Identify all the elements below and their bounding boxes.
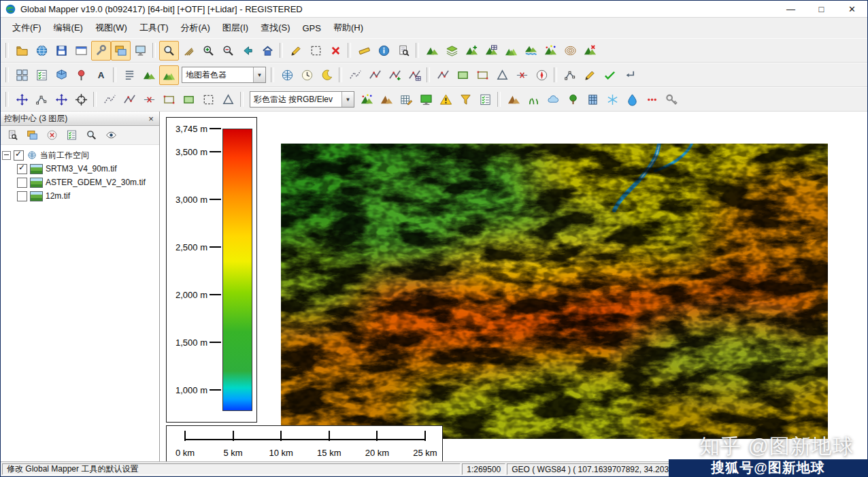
draw-path-grid-button[interactable] (405, 65, 424, 85)
class-cloud-button[interactable] (544, 90, 563, 110)
toggle-visibility-button[interactable] (102, 127, 120, 144)
projection-button[interactable] (278, 65, 297, 85)
snap-tool-button[interactable] (71, 90, 91, 110)
close-button[interactable]: ✕ (837, 1, 867, 17)
apply-check-button[interactable] (600, 65, 620, 85)
digitizer-tool-button[interactable] (286, 41, 306, 61)
lidar-cloud-button[interactable] (541, 41, 561, 61)
watershed-button[interactable] (521, 41, 541, 61)
workspace-label[interactable]: 当前工作空间 (40, 150, 89, 161)
previous-view-button[interactable] (238, 41, 258, 61)
text-labels-button[interactable]: A (91, 65, 111, 85)
terrain-map[interactable] (281, 144, 828, 439)
draw-path-button[interactable] (365, 65, 385, 85)
create-line-button[interactable] (433, 65, 453, 85)
terrain-layers-button[interactable] (442, 41, 462, 61)
menu-gps[interactable]: GPS (296, 20, 327, 36)
draw-dotted-path-button[interactable] (346, 65, 365, 85)
line-cut-button[interactable] (139, 90, 159, 110)
3d-view-button[interactable] (52, 65, 71, 85)
open-layer-button[interactable] (3, 127, 21, 144)
title-bar[interactable]: Global Mapper v19.0 (b092417) [64-bit] [… (1, 1, 867, 18)
menu-view[interactable]: 视图(W) (89, 19, 133, 37)
shader-combobox[interactable]: 地图着色器 (182, 67, 266, 83)
split-line-button[interactable] (512, 65, 532, 85)
select-features-button[interactable] (306, 41, 326, 61)
placemark-button[interactable] (71, 65, 91, 85)
layer-label[interactable]: 12m.tif (46, 191, 70, 201)
search-features-button[interactable] (394, 41, 414, 61)
class-key-button[interactable] (662, 90, 682, 110)
grab-pan-button[interactable] (179, 41, 199, 61)
zoom-in-button[interactable] (199, 41, 218, 61)
zoom-out-button[interactable] (218, 41, 238, 61)
area-rect-button[interactable] (159, 90, 179, 110)
create-elevation-grid-button[interactable] (462, 41, 482, 61)
layer-catalog-button[interactable] (23, 127, 41, 144)
layer-row[interactable]: 12m.tif (17, 189, 158, 203)
terrain-3d-button[interactable] (139, 65, 159, 85)
triangle-tin-button[interactable] (218, 90, 238, 110)
layer-options-button[interactable] (63, 127, 80, 144)
measure-tool-button[interactable] (354, 41, 374, 61)
menu-tools[interactable]: 工具(T) (133, 19, 175, 37)
menu-layer[interactable]: 图层(I) (216, 19, 254, 37)
vertex-edit-button[interactable] (561, 65, 580, 85)
class-points-button[interactable] (642, 90, 662, 110)
select-vertex-button[interactable] (32, 90, 52, 110)
edit-overlay-button[interactable] (32, 65, 52, 85)
download-online-data-button[interactable] (32, 41, 52, 61)
path-profile-button[interactable] (422, 41, 442, 61)
configuration-button[interactable] (91, 41, 111, 61)
terrain-compare-button[interactable] (501, 41, 521, 61)
contour-generation-button[interactable] (561, 41, 580, 61)
clear-selection-button[interactable] (326, 41, 346, 61)
lidar-grid-button[interactable] (397, 90, 416, 110)
undo-shape-button[interactable] (620, 65, 639, 85)
layer-checkbox[interactable] (17, 164, 27, 174)
chevron-down-icon[interactable] (341, 92, 354, 107)
save-workspace-button[interactable] (52, 41, 71, 61)
layer-checkbox[interactable] (17, 191, 27, 201)
create-range-ring-button[interactable] (493, 65, 512, 85)
pan-tool-button[interactable] (12, 90, 32, 110)
lidar-filter-button[interactable] (456, 90, 475, 110)
panel-close-icon[interactable] (146, 114, 156, 124)
lidar-points-plus-button[interactable] (357, 90, 377, 110)
lidar-combobox[interactable]: 彩色雷达 按RGB/Elev (250, 91, 354, 108)
elevation-legend-button[interactable] (482, 41, 501, 61)
class-building-button[interactable] (583, 90, 603, 110)
class-tree-button[interactable] (563, 90, 583, 110)
minimize-button[interactable]: — (775, 1, 806, 17)
workspace-checkbox[interactable] (14, 150, 24, 161)
tree-root-row[interactable]: 当前工作空间 (2, 148, 158, 162)
class-snow-button[interactable] (603, 90, 622, 110)
zoom-to-layer-button[interactable] (82, 127, 100, 144)
class-vegetation-button[interactable] (524, 90, 544, 110)
menu-analysis[interactable]: 分析(A) (175, 19, 216, 37)
time-button[interactable] (297, 65, 317, 85)
feature-info-button[interactable] (374, 41, 394, 61)
tile-windows-button[interactable] (12, 65, 32, 85)
line-dotted-button[interactable] (100, 90, 120, 110)
layer-checkbox[interactable] (17, 178, 27, 188)
layer-row[interactable]: ASTER_GDEM_V2_30m.tif (17, 176, 158, 189)
layer-label[interactable]: SRTM3_V4_90m.tif (46, 164, 117, 174)
map-canvas[interactable]: 3,745 m3,500 m3,000 m2,500 m2,000 m1,500… (160, 112, 867, 461)
line-arrow-button[interactable] (120, 90, 139, 110)
notes-button[interactable] (120, 65, 139, 85)
menu-edit[interactable]: 编辑(E) (48, 19, 89, 37)
lidar-edit-button[interactable] (475, 90, 495, 110)
create-rect-button[interactable] (473, 65, 493, 85)
layer-row[interactable]: SRTM3_V4_90m.tif (17, 162, 158, 176)
map-catalog-button[interactable] (111, 41, 131, 61)
area-green-button[interactable] (179, 90, 199, 110)
open-file-button[interactable] (12, 41, 32, 61)
shader-mountain-button[interactable] (159, 65, 179, 85)
lidar-ground-button[interactable] (377, 90, 397, 110)
close-layer-button[interactable] (43, 127, 61, 144)
create-area-button[interactable] (453, 65, 473, 85)
crop-button[interactable] (199, 90, 218, 110)
trace-pencil-button[interactable] (580, 65, 600, 85)
draw-path-plus-button[interactable] (385, 65, 405, 85)
